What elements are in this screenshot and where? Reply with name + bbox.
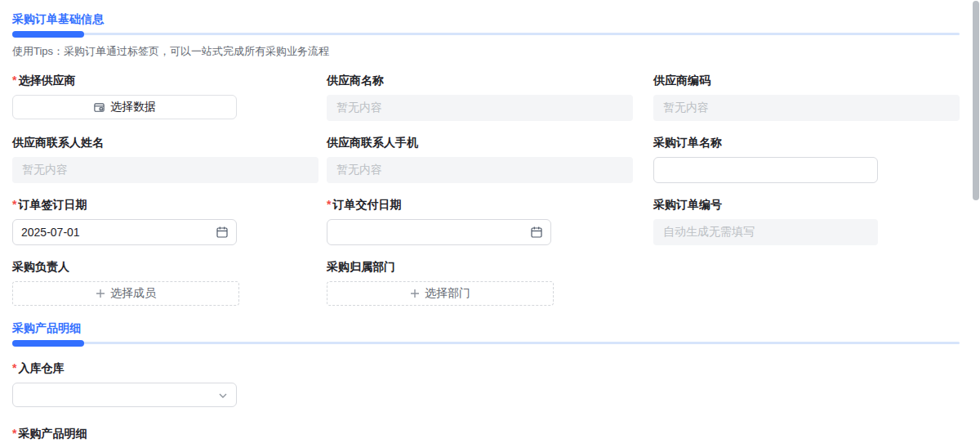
field-label-text: 入库仓库 bbox=[18, 361, 64, 374]
section-progress-products bbox=[12, 340, 960, 347]
required-asterisk: * bbox=[12, 361, 16, 374]
form-row-1: *选择供应商 选择数据 供应商名称 暂无内容 供应商编码 暂无内容 bbox=[12, 72, 980, 121]
section-title-basic-info: 采购订单基础信息 bbox=[12, 11, 980, 26]
field-label-text: 供应商联系人姓名 bbox=[12, 134, 318, 150]
chevron-down-icon bbox=[218, 391, 228, 401]
field-sign-date: *订单签订日期 2025-07-01 bbox=[12, 196, 318, 245]
progress-pill bbox=[12, 31, 84, 38]
select-department-button[interactable]: 选择部门 bbox=[327, 281, 554, 306]
select-data-icon bbox=[93, 101, 105, 114]
supplier-code-input-disabled: 暂无内容 bbox=[653, 95, 960, 121]
sign-date-picker[interactable]: 2025-07-01 bbox=[12, 219, 237, 245]
field-supplier-contact-phone: 供应商联系人手机 暂无内容 bbox=[327, 134, 633, 183]
field-label-text: 采购负责人 bbox=[12, 258, 318, 275]
field-label-text: 供应商编码 bbox=[653, 72, 960, 88]
section-progress-basic bbox=[12, 31, 960, 38]
field-label-text: 采购订单名称 bbox=[653, 134, 960, 150]
section-title-product-detail: 采购产品明细 bbox=[12, 320, 980, 335]
product-table-label: *采购产品明细 bbox=[12, 425, 980, 441]
required-asterisk: * bbox=[12, 74, 16, 87]
field-supplier-code: 供应商编码 暂无内容 bbox=[653, 72, 960, 121]
progress-track bbox=[12, 342, 960, 344]
field-label-text: 采购订单编号 bbox=[653, 196, 960, 213]
form-row-3: *订单签订日期 2025-07-01 *订单交付日期 bbox=[12, 196, 980, 245]
required-asterisk: * bbox=[327, 198, 331, 211]
vertical-scrollbar-thumb[interactable] bbox=[973, 1, 979, 200]
form-row-4: 采购负责人 选择成员 采购归属部门 选择部门 bbox=[12, 258, 980, 306]
plus-icon bbox=[96, 289, 105, 298]
field-label-text: 采购归属部门 bbox=[327, 258, 633, 275]
form-row-2: 供应商联系人姓名 暂无内容 供应商联系人手机 暂无内容 采购订单名称 bbox=[12, 134, 980, 183]
field-purchase-owner: 采购负责人 选择成员 bbox=[12, 258, 318, 306]
field-label-text: 选择供应商 bbox=[18, 74, 75, 87]
product-table-label-text: 采购产品明细 bbox=[18, 427, 87, 440]
supplier-name-input-disabled: 暂无内容 bbox=[327, 95, 633, 121]
select-department-label: 选择部门 bbox=[425, 286, 470, 301]
field-supplier-select: *选择供应商 选择数据 bbox=[12, 72, 318, 121]
purchase-order-form-page: 采购订单基础信息 使用Tips：采购订单通过标签页，可以一站式完成所有采购业务流… bbox=[0, 0, 980, 448]
select-supplier-data-button[interactable]: 选择数据 bbox=[12, 95, 237, 119]
progress-pill bbox=[12, 340, 84, 347]
select-member-label: 选择成员 bbox=[110, 286, 156, 301]
plus-icon bbox=[410, 289, 420, 298]
field-order-no: 采购订单编号 自动生成无需填写 bbox=[653, 196, 960, 245]
required-asterisk: * bbox=[12, 198, 16, 211]
order-name-input[interactable] bbox=[653, 157, 878, 183]
vertical-scrollbar-track[interactable] bbox=[972, 0, 980, 448]
field-order-name: 采购订单名称 bbox=[653, 134, 960, 183]
field-purchase-department: 采购归属部门 选择部门 bbox=[327, 258, 633, 306]
select-data-label: 选择数据 bbox=[110, 100, 156, 114]
calendar-icon bbox=[530, 226, 543, 239]
field-supplier-name: 供应商名称 暂无内容 bbox=[327, 72, 633, 121]
field-warehouse: *入库仓库 bbox=[12, 360, 980, 407]
field-delivery-date: *订单交付日期 bbox=[327, 196, 633, 245]
calendar-icon bbox=[216, 226, 229, 239]
field-label-text: 订单签订日期 bbox=[18, 198, 87, 211]
field-label-text: 订单交付日期 bbox=[332, 198, 401, 211]
sign-date-value: 2025-07-01 bbox=[21, 226, 210, 239]
field-label-text: 供应商名称 bbox=[327, 72, 633, 88]
select-member-button[interactable]: 选择成员 bbox=[12, 281, 239, 306]
supplier-contact-phone-input-disabled: 暂无内容 bbox=[327, 157, 633, 183]
order-no-input-disabled: 自动生成无需填写 bbox=[653, 219, 878, 245]
progress-track bbox=[12, 33, 960, 35]
required-asterisk: * bbox=[12, 427, 16, 440]
supplier-contact-name-input-disabled: 暂无内容 bbox=[12, 157, 318, 183]
field-supplier-contact-name: 供应商联系人姓名 暂无内容 bbox=[12, 134, 318, 183]
warehouse-select[interactable] bbox=[12, 383, 237, 407]
delivery-date-picker[interactable] bbox=[327, 219, 551, 245]
field-label-text: 供应商联系人手机 bbox=[327, 134, 633, 150]
usage-tips-text: 使用Tips：采购订单通过标签页，可以一站式完成所有采购业务流程 bbox=[12, 44, 980, 59]
form-row-4-spacer bbox=[653, 258, 960, 306]
